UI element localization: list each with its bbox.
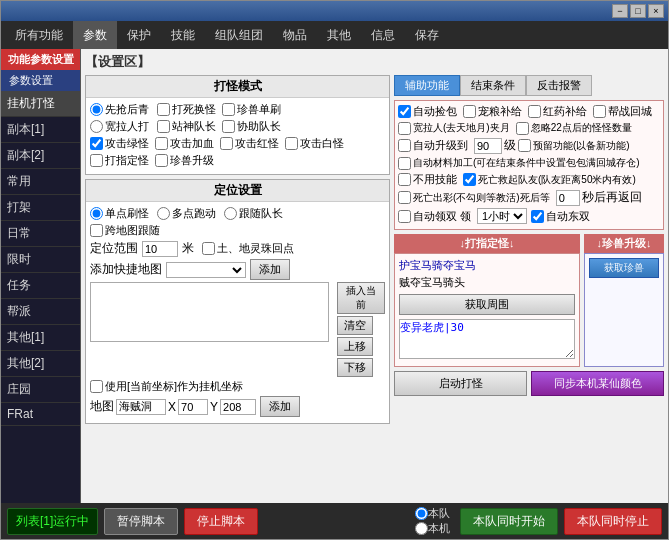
nav-params[interactable]: 参数 xyxy=(73,21,117,49)
chk-wide-pull-moon[interactable]: 宽拉人(去天地月)夹月 xyxy=(398,121,510,135)
range-input[interactable] xyxy=(142,241,178,257)
add-coord-button[interactable]: 添加 xyxy=(260,396,300,417)
chk-reserved[interactable]: 预留功能(以备新功能) xyxy=(518,139,630,153)
radio-multi-point[interactable]: 多点跑动 xyxy=(157,206,216,221)
chk-auto-levelup[interactable]: 自动升级到 xyxy=(398,138,468,153)
map-select[interactable] xyxy=(166,262,246,278)
range-unit: 米 xyxy=(182,240,194,257)
position-header: 定位设置 xyxy=(86,180,389,202)
chk-use-current-coord[interactable]: 使用[当前坐标]作为挂机坐标 xyxy=(90,379,243,394)
radio-first-attack[interactable]: 先抢后青 xyxy=(90,102,149,117)
tab-end-condition[interactable]: 结束条件 xyxy=(460,75,526,96)
sidebar-item-copy1[interactable]: 副本[1] xyxy=(1,117,80,143)
chk-auto-double[interactable]: 自动领双 领 xyxy=(398,209,471,224)
radio-wide-pull[interactable]: 宽拉人打 xyxy=(90,119,149,134)
nav-other[interactable]: 其他 xyxy=(317,21,361,49)
maximize-button[interactable]: □ xyxy=(630,4,646,18)
sidebar-item-fight2[interactable]: 打架 xyxy=(1,195,80,221)
bottom-right-boxes: ↓打指定怪↓ 护宝马骑夺宝马 贼夺宝马骑头 获取周围 变异老虎|30 ↓珍兽升级… xyxy=(394,234,664,367)
team-start-button[interactable]: 本队同时开始 xyxy=(460,508,558,535)
position-box: 定位设置 单点刷怪 多点跑动 跟随队长 跨地图跟随 定位范围 米 xyxy=(85,179,390,424)
machine-stop-button[interactable]: 本队同时停止 xyxy=(564,508,662,535)
fight-specific-textarea[interactable]: 变异老虎|30 xyxy=(399,319,575,359)
tab-assist[interactable]: 辅助功能 xyxy=(394,75,460,96)
chk-station-god[interactable]: 站神队长 xyxy=(157,119,216,134)
chk-atk-green[interactable]: 攻击绿怪 xyxy=(90,136,149,151)
chk-red-potion[interactable]: 红药补给 xyxy=(528,104,587,119)
radio-follow-captain[interactable]: 跟随队长 xyxy=(224,206,283,221)
move-down-button[interactable]: 下移 xyxy=(337,358,373,377)
radio-single-point[interactable]: 单点刷怪 xyxy=(90,206,149,221)
sidebar-item-other2[interactable]: 其他[2] xyxy=(1,351,80,377)
start-fight-button[interactable]: 启动打怪 xyxy=(394,371,527,396)
sidebar-item-other1[interactable]: 其他[1] xyxy=(1,325,80,351)
chk-auto-craft[interactable]: 自动材料加工(可在结束条件中设置包包满回城存仓) xyxy=(398,156,640,170)
level-input[interactable] xyxy=(474,138,502,154)
pause-script-button[interactable]: 暂停脚本 xyxy=(104,508,178,535)
tab-counter-alert[interactable]: 反击报警 xyxy=(526,75,592,96)
death-wait-input[interactable] xyxy=(556,190,580,206)
sidebar-item-gang[interactable]: 帮派 xyxy=(1,299,80,325)
move-up-button[interactable]: 上移 xyxy=(337,337,373,356)
sidebar-item-fight[interactable]: 挂机打怪 xyxy=(1,91,80,117)
fight-specific-header: ↓打指定怪↓ xyxy=(394,234,580,253)
nav-all[interactable]: 所有功能 xyxy=(5,21,73,49)
nav-info[interactable]: 信息 xyxy=(361,21,405,49)
double-time-select[interactable]: 1小时 xyxy=(477,208,527,224)
map-textarea[interactable] xyxy=(90,282,329,342)
sidebar-item-copy2[interactable]: 副本[2] xyxy=(1,143,80,169)
add-map-button[interactable]: 添加 xyxy=(250,259,290,280)
chk-atk-red[interactable]: 攻击红怪 xyxy=(220,136,279,151)
insert-current-button[interactable]: 插入当前 xyxy=(337,282,385,314)
fight-mode-header: 打怪模式 xyxy=(86,76,389,98)
chk-rescue-teammate[interactable]: 死亡救起队友(队友距离50米内有效) xyxy=(463,173,636,187)
sidebar-item-common[interactable]: 常用 xyxy=(1,169,80,195)
stop-script-button[interactable]: 停止脚本 xyxy=(184,508,258,535)
chk-atk-heal[interactable]: 攻击加血 xyxy=(155,136,214,151)
add-map-label: 添加快捷地图 xyxy=(90,261,162,278)
sidebar-item-manor[interactable]: 庄园 xyxy=(1,377,80,403)
chk-target-specific[interactable]: 打指定怪 xyxy=(90,153,149,168)
clear-button[interactable]: 清空 xyxy=(337,316,373,335)
chk-terrain[interactable]: 土、地灵珠回点 xyxy=(202,241,294,256)
chk-rare-single[interactable]: 珍兽单刷 xyxy=(222,102,281,117)
chk-auto-east-double[interactable]: 自动东双 xyxy=(531,209,590,224)
chk-atk-white[interactable]: 攻击白怪 xyxy=(285,136,344,151)
sidebar-sub-params[interactable]: 参数设置 xyxy=(1,70,80,91)
close-button[interactable]: × xyxy=(648,4,664,18)
map-coord-row: 地图 X Y 添加 xyxy=(90,396,385,417)
nav-protect[interactable]: 保护 xyxy=(117,21,161,49)
sync-color-button[interactable]: 同步本机某仙颜色 xyxy=(531,371,664,396)
protect-pet-label: 护宝马骑夺宝马 xyxy=(399,258,575,273)
minimize-button[interactable]: − xyxy=(612,4,628,18)
nav-team[interactable]: 组队组团 xyxy=(205,21,273,49)
nav-items[interactable]: 物品 xyxy=(273,21,317,49)
chk-assist-captain[interactable]: 协助队长 xyxy=(222,119,281,134)
nav-skill[interactable]: 技能 xyxy=(161,21,205,49)
chk-kill-change[interactable]: 打死换怪 xyxy=(157,102,216,117)
chk-ignore-after22[interactable]: 忽略22点后的怪怪数量 xyxy=(516,121,632,135)
get-surrounding-button[interactable]: 获取周围 xyxy=(399,294,575,315)
sidebar-item-daily[interactable]: 日常 xyxy=(1,221,80,247)
map-label: 地图 xyxy=(90,398,114,415)
title-bar: − □ × xyxy=(1,1,668,21)
radio-team-label[interactable]: 本队 xyxy=(415,506,450,521)
chk-cross-map[interactable]: 跨地图跟随 xyxy=(90,223,160,238)
chk-rare-upgrade[interactable]: 珍兽升级 xyxy=(155,153,214,168)
sidebar-item-frat[interactable]: FRat xyxy=(1,403,80,426)
radio-machine-label[interactable]: 本机 xyxy=(415,521,450,536)
sidebar-item-limited[interactable]: 限时 xyxy=(1,247,80,273)
x-input[interactable] xyxy=(178,399,208,415)
assist-tab-group: 辅助功能 结束条件 反击报警 xyxy=(394,75,664,96)
chk-death-revive[interactable]: 死亡出彩(不勾则等教活)死后等 xyxy=(398,191,550,205)
chk-gang-return[interactable]: 帮战回城 xyxy=(593,104,652,119)
get-rare-button[interactable]: 获取珍兽 xyxy=(589,258,659,278)
assist-row7: 自动领双 领 1小时 自动东双 xyxy=(398,208,660,224)
y-input[interactable] xyxy=(220,399,256,415)
chk-no-skill[interactable]: 不用技能 xyxy=(398,172,457,187)
map-name-input[interactable] xyxy=(116,399,166,415)
chk-pet-food[interactable]: 宠粮补给 xyxy=(463,104,522,119)
nav-save[interactable]: 保存 xyxy=(405,21,449,49)
chk-auto-pickup[interactable]: 自动捡包 xyxy=(398,104,457,119)
sidebar-item-task[interactable]: 任务 xyxy=(1,273,80,299)
